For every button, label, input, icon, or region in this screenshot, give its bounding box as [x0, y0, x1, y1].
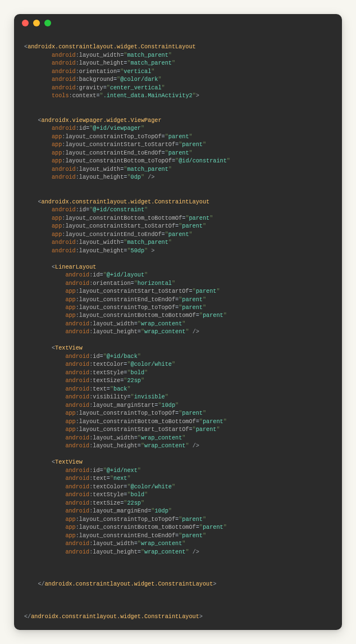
- code-window: <androidx.constraintlayout.widget.Constr…: [14, 14, 342, 630]
- minimize-icon[interactable]: [33, 20, 40, 26]
- maximize-icon[interactable]: [44, 20, 51, 26]
- code-content: <androidx.constraintlayout.widget.Constr…: [14, 32, 342, 630]
- close-icon[interactable]: [22, 20, 29, 26]
- window-titlebar: [14, 14, 342, 32]
